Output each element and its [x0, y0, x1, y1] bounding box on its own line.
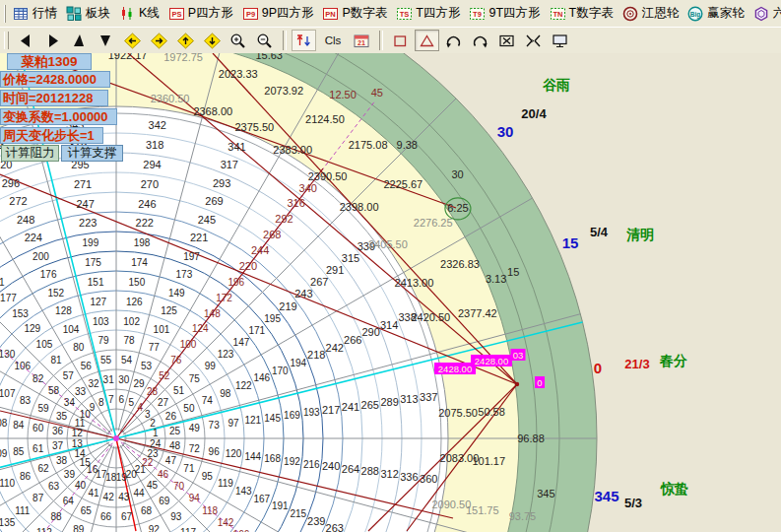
rotate-up-button[interactable]: [67, 30, 92, 51]
wheel-center-marker: [113, 435, 119, 441]
wheel-label: 31: [103, 374, 115, 385]
toolbar-item-1[interactable]: 行情: [10, 3, 63, 24]
toolbar-item-10[interactable]: 江恩轮: [619, 3, 685, 24]
wheel-label: 337: [420, 391, 437, 403]
wheel-label: 50.58: [478, 406, 505, 418]
arc-ccw-button[interactable]: [441, 30, 466, 51]
wheel-label: 191: [272, 500, 289, 511]
screen-button[interactable]: [548, 30, 572, 51]
wheel-label: 0: [594, 360, 602, 376]
svg-text:21: 21: [358, 38, 365, 45]
wheel-label: 2375.50: [234, 121, 274, 133]
t9-badge-icon: T9: [469, 6, 486, 22]
rotate-down-button[interactable]: [94, 30, 118, 51]
toolbar-grip[interactable]: [4, 32, 9, 49]
wheel-label: 97: [228, 418, 239, 429]
toolbar-item-label: 9T四方形: [488, 5, 540, 22]
wheel-label: 265: [361, 399, 379, 411]
toolbar-item-2[interactable]: 板块: [63, 3, 116, 24]
wheel-label: 108: [0, 418, 8, 429]
zoom-out-button[interactable]: [253, 30, 278, 51]
wheel-label: 149: [168, 288, 185, 299]
hexagon-icon: [753, 6, 770, 22]
square-tool-button[interactable]: [388, 30, 413, 51]
wheel-label: 43: [118, 492, 130, 502]
wheel-label: 12: [72, 428, 84, 438]
wheel-label: 94: [189, 493, 201, 503]
wheel-label: 101: [154, 324, 170, 335]
toolbar-item-8[interactable]: T99T四方形: [466, 3, 546, 24]
wheel-label: 87: [33, 493, 44, 503]
toolbar-item-4[interactable]: PSP四方形: [165, 3, 239, 24]
wheel-label: 2368.00: [193, 105, 232, 117]
toolbar-item-11[interactable]: Big赢家轮: [684, 3, 750, 24]
calendar-button[interactable]: 21: [350, 30, 374, 51]
pan-down-button[interactable]: [200, 30, 225, 51]
pan-right-button[interactable]: [147, 30, 171, 51]
wheel-label: 2420.50: [411, 311, 450, 323]
chart-area: 1234567891011121314151617181920212223242…: [0, 53, 781, 532]
wheel-label: 52: [159, 370, 170, 381]
wheel-label: 196: [228, 277, 244, 288]
pan-up-button[interactable]: [173, 30, 198, 51]
wheel-label: 5/3: [624, 496, 642, 510]
xbox-button[interactable]: [494, 30, 519, 51]
wheel-label: 103: [93, 316, 109, 327]
wheel-label: 147: [233, 337, 250, 348]
calc-resistance-button[interactable]: 计算阻力: [1, 145, 59, 162]
wheel-label: 101.17: [472, 455, 505, 467]
wheel-label: 100: [180, 339, 197, 350]
pan-left-button[interactable]: [120, 30, 145, 51]
wheel-label: 69: [159, 496, 170, 506]
toolbar-item-5[interactable]: P99P四方形: [239, 3, 320, 24]
wheel-label: 316: [287, 197, 304, 209]
wheel-label: 30: [118, 374, 130, 385]
wheel-label: 1972.75: [163, 53, 203, 63]
wheel-label: 195: [264, 313, 281, 324]
wheel-label: 288: [361, 465, 379, 477]
wheel-label: 271: [74, 178, 92, 190]
wheel-label: 152: [47, 288, 64, 299]
gann-wheel-icon: [622, 6, 639, 22]
wheel-label: 2225.67: [383, 178, 423, 190]
wheel-label: 169: [284, 410, 300, 421]
wheel-label: 201: [0, 277, 5, 288]
arc-cw-button[interactable]: [468, 30, 492, 51]
wheel-label: 192: [284, 456, 300, 467]
toolbar-item-9[interactable]: TNT数字表: [547, 3, 619, 24]
scroll-right-button[interactable]: [40, 30, 65, 51]
price-apex-marker: [515, 382, 519, 386]
p9-badge-icon: P9: [242, 6, 259, 22]
wheel-label: 83: [20, 395, 32, 406]
updown-arrows-button[interactable]: [292, 30, 316, 51]
wheel-label: 67: [121, 511, 133, 522]
wheel-label: 124: [192, 323, 209, 334]
toolbar-item-label: 江恩轮: [642, 5, 680, 22]
wheel-label: 0: [537, 377, 542, 388]
wheel-label: 294: [143, 159, 161, 170]
toolbar-grip[interactable]: [4, 5, 6, 23]
wheel-label: 86: [20, 471, 32, 482]
wheel-label: 38: [56, 455, 68, 466]
toolbar-item-label: K线: [139, 5, 160, 22]
wheel-label: 193: [303, 407, 320, 418]
wheel-label: 242: [326, 342, 344, 354]
wheel-label: 42: [103, 492, 115, 502]
toolbar-item-6[interactable]: PNP数字表: [319, 3, 393, 24]
wheel-label: 78: [123, 335, 135, 346]
wheel-label: 2124.50: [305, 113, 345, 125]
toolbar-item-7[interactable]: TST四方形: [393, 3, 466, 24]
wheel-label: 80: [73, 342, 85, 353]
scroll-left-button[interactable]: [14, 30, 38, 51]
collapse-button[interactable]: [521, 30, 546, 51]
cls-button[interactable]: Cls: [318, 30, 348, 51]
zoom-in-button[interactable]: [227, 30, 251, 51]
wheel-label: 135: [0, 517, 16, 528]
toolbar-item-12[interactable]: 六角形: [750, 3, 781, 24]
wheel-label: 342: [149, 119, 166, 131]
triangle-tool-button[interactable]: [415, 30, 439, 51]
toolbar-item-label: 9P四方形: [262, 5, 314, 22]
calc-support-button[interactable]: 计算支撑: [61, 145, 123, 162]
wheel-label: 2377.42: [458, 307, 497, 319]
toolbar-item-3[interactable]: K线: [116, 3, 165, 24]
